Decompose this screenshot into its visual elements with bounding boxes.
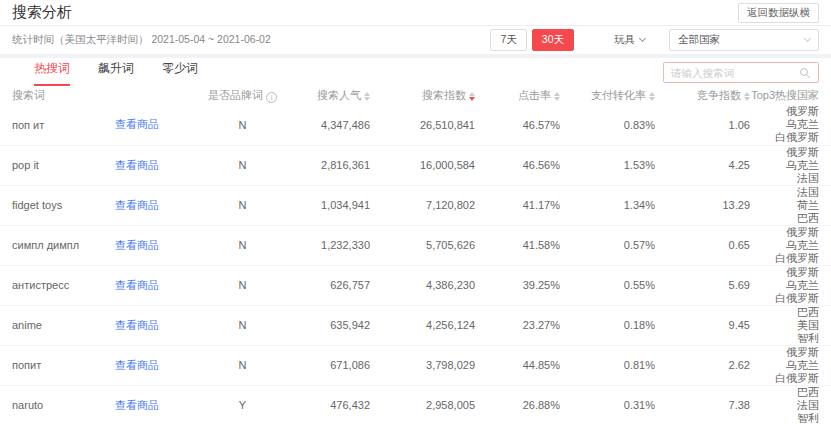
country: 俄罗斯 <box>750 146 819 159</box>
table-body: поп ит 查看商品 N 4,347,486 26,510,841 46.57… <box>0 105 831 425</box>
range-7d-button[interactable]: 7天 <box>490 29 526 51</box>
index-cell: 2,958,005 <box>370 385 475 425</box>
col-pay-conversion[interactable]: 支付转化率 <box>560 86 655 105</box>
sort-icon[interactable] <box>649 92 655 101</box>
view-products-link[interactable]: 查看商品 <box>115 159 159 171</box>
view-products-link[interactable]: 查看商品 <box>115 239 159 251</box>
country: 法国 <box>750 172 819 185</box>
competition-cell: 2.62 <box>655 345 750 385</box>
sort-icon[interactable] <box>554 92 560 101</box>
keyword-cell: naruto <box>0 385 115 425</box>
ctr-cell: 44.85% <box>475 345 560 385</box>
country: 智利 <box>750 412 819 425</box>
popularity-cell: 635,942 <box>285 305 370 345</box>
brand-cell: N <box>200 105 285 145</box>
tabs-row: 热搜词 飙升词 零少词 <box>0 58 831 86</box>
category-dropdown[interactable]: 玩具 <box>614 33 645 47</box>
filter-controls: 7天 30天 玩具 全部国家 <box>490 29 819 51</box>
competition-cell: 1.06 <box>655 105 750 145</box>
top3-cell: 俄罗斯乌克兰白俄罗斯 <box>750 345 831 385</box>
range-30d-button[interactable]: 30天 <box>532 29 574 51</box>
keyword-search-box[interactable] <box>663 62 819 83</box>
table-row: naruto 查看商品 Y 476,432 2,958,005 26.88% 0… <box>0 385 831 425</box>
view-products-link[interactable]: 查看商品 <box>115 118 159 130</box>
country: 法国 <box>750 186 819 199</box>
view-products-link[interactable]: 查看商品 <box>115 319 159 331</box>
sort-icon[interactable] <box>744 92 750 101</box>
country: 美国 <box>750 319 819 332</box>
ctr-cell: 41.17% <box>475 185 560 225</box>
country: 俄罗斯 <box>750 346 819 359</box>
competition-cell: 4.25 <box>655 145 750 185</box>
table-header-row: 搜索词 是否品牌词i 搜索人气 搜索指数 点击率 支付转化率 竞争指数 Top3… <box>0 86 831 105</box>
pay-rate-cell: 1.53% <box>560 145 655 185</box>
pay-rate-cell: 0.81% <box>560 345 655 385</box>
pay-rate-cell: 0.83% <box>560 105 655 145</box>
country: 荷兰 <box>750 199 819 212</box>
view-products-link[interactable]: 查看商品 <box>115 399 159 411</box>
country: 乌克兰 <box>750 239 819 252</box>
search-input[interactable] <box>671 67 799 79</box>
tab-zero-words[interactable]: 零少词 <box>162 60 198 86</box>
pay-rate-cell: 0.57% <box>560 225 655 265</box>
info-icon[interactable]: i <box>266 92 277 103</box>
competition-cell: 0.65 <box>655 225 750 265</box>
ctr-cell: 23.27% <box>475 305 560 345</box>
col-search-popularity[interactable]: 搜索人气 <box>285 86 370 105</box>
index-cell: 26,510,841 <box>370 105 475 145</box>
top3-cell: 巴西美国智利 <box>750 305 831 345</box>
tab-hot-words[interactable]: 热搜词 <box>34 60 70 86</box>
col-view-products <box>115 86 200 105</box>
popularity-cell: 4,347,486 <box>285 105 370 145</box>
brand-cell: N <box>200 145 285 185</box>
country: 巴西 <box>750 306 819 319</box>
ctr-cell: 46.57% <box>475 105 560 145</box>
keywords-table: 搜索词 是否品牌词i 搜索人气 搜索指数 点击率 支付转化率 竞争指数 Top3… <box>0 86 831 425</box>
country-value: 全部国家 <box>678 33 720 47</box>
competition-cell: 13.29 <box>655 185 750 225</box>
country: 白俄罗斯 <box>750 372 819 385</box>
country-select[interactable]: 全部国家 <box>669 29 819 51</box>
view-products-link[interactable]: 查看商品 <box>115 199 159 211</box>
brand-cell: N <box>200 345 285 385</box>
col-keyword: 搜索词 <box>0 86 115 105</box>
view-products-link[interactable]: 查看商品 <box>115 279 159 291</box>
brand-cell: Y <box>200 385 285 425</box>
popularity-cell: 626,757 <box>285 265 370 305</box>
keyword-cell: fidget toys <box>0 185 115 225</box>
popularity-cell: 671,086 <box>285 345 370 385</box>
sort-desc-icon[interactable] <box>469 92 475 101</box>
popularity-cell: 1,232,330 <box>285 225 370 265</box>
view-products-link[interactable]: 查看商品 <box>115 359 159 371</box>
country: 俄罗斯 <box>750 266 819 279</box>
table-row: fidget toys 查看商品 N 1,034,941 7,120,802 4… <box>0 185 831 225</box>
title-bar: 搜索分析 返回数据纵横 <box>0 0 831 26</box>
table-row: симпл димпл 查看商品 N 1,232,330 5,705,626 4… <box>0 225 831 265</box>
competition-cell: 5.69 <box>655 265 750 305</box>
sort-icon[interactable] <box>364 92 370 101</box>
table-row: поп ит 查看商品 N 4,347,486 26,510,841 46.57… <box>0 105 831 145</box>
tab-rising-words[interactable]: 飙升词 <box>98 60 134 86</box>
country: 巴西 <box>750 386 819 399</box>
col-competition[interactable]: 竞争指数 <box>655 86 750 105</box>
country: 俄罗斯 <box>750 105 819 118</box>
table-row: антистресс 查看商品 N 626,757 4,386,230 39.2… <box>0 265 831 305</box>
popularity-cell: 476,432 <box>285 385 370 425</box>
category-value: 玩具 <box>614 33 635 47</box>
country: 乌克兰 <box>750 279 819 292</box>
top3-cell: 俄罗斯乌克兰法国 <box>750 145 831 185</box>
keyword-cell: антистресс <box>0 265 115 305</box>
index-cell: 3,798,029 <box>370 345 475 385</box>
country: 白俄罗斯 <box>750 131 819 144</box>
search-icon[interactable] <box>799 67 811 79</box>
country: 乌克兰 <box>750 159 819 172</box>
country: 乌克兰 <box>750 359 819 372</box>
filter-bar: 统计时间（美国太平洋时间） 2021-05-04 ~ 2021-06-02 7天… <box>0 26 831 54</box>
ctr-cell: 39.25% <box>475 265 560 305</box>
brand-cell: N <box>200 305 285 345</box>
table-row: anime 查看商品 N 635,942 4,256,124 23.27% 0.… <box>0 305 831 345</box>
col-ctr[interactable]: 点击率 <box>475 86 560 105</box>
back-to-data-button[interactable]: 返回数据纵横 <box>738 3 819 23</box>
col-search-index[interactable]: 搜索指数 <box>370 86 475 105</box>
ctr-cell: 26.88% <box>475 385 560 425</box>
